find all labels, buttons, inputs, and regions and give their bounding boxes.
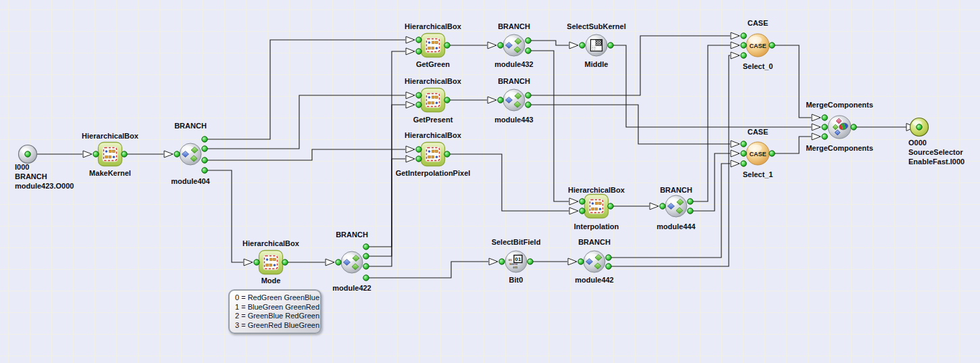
node-Middle[interactable] xyxy=(586,34,607,56)
node-port-label-line: O000 xyxy=(908,138,964,147)
node-module443[interactable] xyxy=(503,89,525,111)
bitfield-text: 011 xyxy=(513,266,518,269)
input-port[interactable] xyxy=(741,43,746,48)
output-port[interactable] xyxy=(122,151,127,157)
wire[interactable] xyxy=(366,105,405,256)
wire[interactable] xyxy=(205,149,405,160)
wire[interactable] xyxy=(528,51,569,201)
node-GetGreen[interactable] xyxy=(421,34,445,57)
node-port-label-line: I000 xyxy=(15,162,74,172)
wire[interactable] xyxy=(528,41,569,45)
output-port[interactable] xyxy=(202,137,207,142)
input-port[interactable] xyxy=(93,151,99,157)
input-port[interactable] xyxy=(741,53,746,58)
node-module404[interactable] xyxy=(180,143,201,165)
input-port[interactable] xyxy=(822,124,827,130)
output-port[interactable] xyxy=(202,158,207,163)
output-port[interactable] xyxy=(608,203,613,209)
hbox-glyph xyxy=(428,155,431,158)
node-MakeKernel[interactable] xyxy=(99,143,122,166)
hbox-glyph xyxy=(428,150,431,153)
input-port[interactable] xyxy=(498,97,503,103)
legend-box[interactable]: 0 = RedGreen GreenBlue 1 = BlueGreen Gre… xyxy=(228,289,321,334)
output-port[interactable] xyxy=(606,255,611,260)
output-port[interactable] xyxy=(363,264,369,269)
output-port[interactable] xyxy=(525,38,531,43)
output-port[interactable] xyxy=(444,43,450,48)
input-port[interactable] xyxy=(741,33,746,39)
node-Mode[interactable] xyxy=(259,251,283,274)
node-module432[interactable] xyxy=(503,34,525,56)
output-port[interactable] xyxy=(444,97,450,103)
input-port[interactable] xyxy=(498,43,503,48)
output-port[interactable] xyxy=(688,199,693,204)
input-port[interactable] xyxy=(741,161,746,166)
input-port[interactable] xyxy=(336,260,341,265)
output-port[interactable] xyxy=(525,93,531,98)
wire[interactable] xyxy=(205,170,243,262)
wire[interactable] xyxy=(528,105,730,144)
wire[interactable] xyxy=(447,154,569,211)
node-GetPresent[interactable] xyxy=(421,89,445,112)
node-GetInterpolationPixel[interactable] xyxy=(421,143,445,166)
input-port[interactable] xyxy=(660,203,665,209)
node-Interpolation[interactable] xyxy=(585,195,609,218)
input-port[interactable] xyxy=(579,199,585,204)
input-port[interactable] xyxy=(822,115,827,120)
wire[interactable] xyxy=(366,262,488,278)
wire[interactable] xyxy=(205,40,405,139)
input-arrow-icon xyxy=(406,146,415,153)
input-port[interactable] xyxy=(174,151,180,157)
node-module423-input[interactable] xyxy=(19,145,37,164)
input-port[interactable] xyxy=(416,93,421,98)
hbox-glyph xyxy=(595,208,598,210)
node-module444[interactable] xyxy=(665,195,687,217)
output-port[interactable] xyxy=(851,124,856,130)
output-port[interactable] xyxy=(688,208,693,214)
legend-line: 0 = RedGreen GreenBlue xyxy=(235,293,320,303)
output-port[interactable] xyxy=(363,244,369,249)
node-Select_0[interactable]: CASE xyxy=(746,34,769,57)
output-port[interactable] xyxy=(363,275,369,281)
output-port[interactable] xyxy=(525,48,531,53)
output-port[interactable] xyxy=(202,146,207,151)
input-port[interactable] xyxy=(416,156,421,162)
input-port[interactable] xyxy=(579,43,585,48)
output-port[interactable] xyxy=(282,260,288,265)
node-Bit0[interactable]: 01 01 10010 011 xyxy=(505,251,527,272)
input-port[interactable] xyxy=(254,260,259,265)
input-port[interactable] xyxy=(416,37,421,43)
hbox-glyph xyxy=(432,155,434,158)
input-port[interactable] xyxy=(741,151,746,156)
output-port[interactable] xyxy=(202,168,207,173)
node-module442[interactable] xyxy=(584,251,605,272)
wire[interactable] xyxy=(205,95,405,149)
node-type-label: CASE xyxy=(748,128,769,136)
input-port[interactable] xyxy=(499,259,505,264)
input-port[interactable] xyxy=(741,141,746,147)
input-port[interactable] xyxy=(416,102,421,107)
wire[interactable] xyxy=(690,45,730,201)
wire[interactable] xyxy=(690,153,730,211)
output-port[interactable] xyxy=(363,253,369,259)
output-port[interactable] xyxy=(606,264,611,269)
node-EnableFast-output[interactable] xyxy=(906,118,929,137)
input-port[interactable] xyxy=(579,208,585,214)
node-name-label: module432 xyxy=(494,60,533,68)
input-port[interactable] xyxy=(822,134,827,139)
wire[interactable] xyxy=(528,36,730,95)
input-port[interactable] xyxy=(416,49,421,54)
input-port[interactable] xyxy=(416,147,421,152)
output-port[interactable] xyxy=(769,43,775,48)
wire[interactable] xyxy=(609,55,730,266)
node-MergeComponents[interactable] xyxy=(828,116,851,139)
node-name-label: Select_0 xyxy=(743,62,773,70)
output-port[interactable] xyxy=(444,151,450,157)
output-port[interactable] xyxy=(525,102,531,107)
output-port[interactable] xyxy=(608,43,613,48)
input-port[interactable] xyxy=(578,259,584,264)
node-Select_1[interactable]: CASE xyxy=(746,142,769,165)
node-module422[interactable] xyxy=(341,251,363,273)
output-port[interactable] xyxy=(527,259,533,264)
output-port[interactable] xyxy=(769,151,775,156)
